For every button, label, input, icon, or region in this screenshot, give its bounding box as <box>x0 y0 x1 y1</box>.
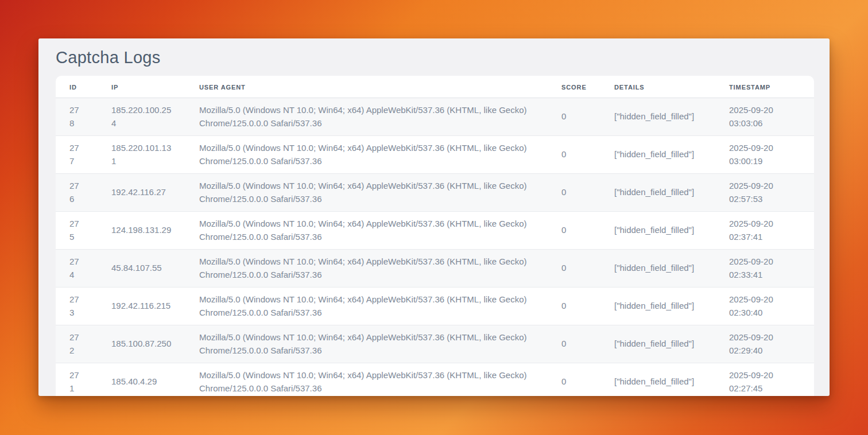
cell-score: 0 <box>548 250 600 288</box>
table-header: ID IP USER AGENT SCORE DETAILS TIMESTAMP <box>56 76 814 98</box>
captcha-logs-card: Captcha Logs ID IP USER AGENT SCORE DETA… <box>38 38 830 396</box>
cell-score: 0 <box>548 325 600 363</box>
cell-timestamp: 2025-09-20 02:57:53 <box>715 174 814 212</box>
cell-details: ["hidden_field_filled"] <box>600 212 715 250</box>
table-row: 277 185.220.101.131 Mozilla/5.0 (Windows… <box>56 136 814 174</box>
cell-score: 0 <box>548 136 600 174</box>
cell-timestamp: 2025-09-20 02:37:41 <box>715 212 814 250</box>
column-header-details: DETAILS <box>600 76 715 98</box>
column-header-id: ID <box>56 76 98 98</box>
cell-user-agent: Mozilla/5.0 (Windows NT 10.0; Win64; x64… <box>185 174 548 212</box>
cell-user-agent: Mozilla/5.0 (Windows NT 10.0; Win64; x64… <box>185 136 548 174</box>
cell-timestamp: 2025-09-20 02:30:40 <box>715 288 814 325</box>
cell-user-agent: Mozilla/5.0 (Windows NT 10.0; Win64; x64… <box>185 98 548 136</box>
cell-id: 272 <box>56 325 98 363</box>
page-title: Captcha Logs <box>38 38 830 76</box>
cell-score: 0 <box>548 98 600 136</box>
table-row: 273 192.42.116.215 Mozilla/5.0 (Windows … <box>56 288 814 325</box>
table-row: 278 185.220.100.254 Mozilla/5.0 (Windows… <box>56 98 814 136</box>
captcha-logs-table-container: ID IP USER AGENT SCORE DETAILS TIMESTAMP… <box>56 76 814 396</box>
column-header-user-agent: USER AGENT <box>185 76 548 98</box>
table-row: 271 185.40.4.29 Mozilla/5.0 (Windows NT … <box>56 363 814 397</box>
cell-ip: 192.42.116.215 <box>98 288 185 325</box>
cell-timestamp: 2025-09-20 03:03:06 <box>715 98 814 136</box>
table-row: 276 192.42.116.27 Mozilla/5.0 (Windows N… <box>56 174 814 212</box>
cell-score: 0 <box>548 288 600 325</box>
cell-details: ["hidden_field_filled"] <box>600 136 715 174</box>
cell-user-agent: Mozilla/5.0 (Windows NT 10.0; Win64; x64… <box>185 363 548 397</box>
cell-details: ["hidden_field_filled"] <box>600 174 715 212</box>
cell-id: 274 <box>56 250 98 288</box>
cell-ip: 185.220.100.254 <box>98 98 185 136</box>
cell-details: ["hidden_field_filled"] <box>600 325 715 363</box>
cell-user-agent: Mozilla/5.0 (Windows NT 10.0; Win64; x64… <box>185 325 548 363</box>
cell-details: ["hidden_field_filled"] <box>600 288 715 325</box>
cell-ip: 192.42.116.27 <box>98 174 185 212</box>
cell-user-agent: Mozilla/5.0 (Windows NT 10.0; Win64; x64… <box>185 250 548 288</box>
cell-id: 271 <box>56 363 98 397</box>
table-row: 274 45.84.107.55 Mozilla/5.0 (Windows NT… <box>56 250 814 288</box>
log-table-body: 278 185.220.100.254 Mozilla/5.0 (Windows… <box>56 98 814 397</box>
cell-id: 278 <box>56 98 98 136</box>
cell-timestamp: 2025-09-20 02:27:45 <box>715 363 814 397</box>
column-header-timestamp: TIMESTAMP <box>715 76 814 98</box>
cell-user-agent: Mozilla/5.0 (Windows NT 10.0; Win64; x64… <box>185 288 548 325</box>
cell-score: 0 <box>548 212 600 250</box>
column-header-ip: IP <box>98 76 185 98</box>
cell-details: ["hidden_field_filled"] <box>600 250 715 288</box>
cell-timestamp: 2025-09-20 02:33:41 <box>715 250 814 288</box>
cell-timestamp: 2025-09-20 02:29:40 <box>715 325 814 363</box>
cell-user-agent: Mozilla/5.0 (Windows NT 10.0; Win64; x64… <box>185 212 548 250</box>
cell-id: 276 <box>56 174 98 212</box>
cell-details: ["hidden_field_filled"] <box>600 98 715 136</box>
cell-id: 273 <box>56 288 98 325</box>
cell-details: ["hidden_field_filled"] <box>600 363 715 397</box>
column-header-score: SCORE <box>548 76 600 98</box>
cell-ip: 185.220.101.131 <box>98 136 185 174</box>
cell-timestamp: 2025-09-20 03:00:19 <box>715 136 814 174</box>
cell-ip: 124.198.131.29 <box>98 212 185 250</box>
cell-ip: 185.40.4.29 <box>98 363 185 397</box>
cell-score: 0 <box>548 363 600 397</box>
cell-score: 0 <box>548 174 600 212</box>
cell-ip: 45.84.107.55 <box>98 250 185 288</box>
captcha-logs-table: ID IP USER AGENT SCORE DETAILS TIMESTAMP… <box>56 76 814 396</box>
cell-ip: 185.100.87.250 <box>98 325 185 363</box>
table-row: 272 185.100.87.250 Mozilla/5.0 (Windows … <box>56 325 814 363</box>
table-row: 275 124.198.131.29 Mozilla/5.0 (Windows … <box>56 212 814 250</box>
cell-id: 277 <box>56 136 98 174</box>
cell-id: 275 <box>56 212 98 250</box>
